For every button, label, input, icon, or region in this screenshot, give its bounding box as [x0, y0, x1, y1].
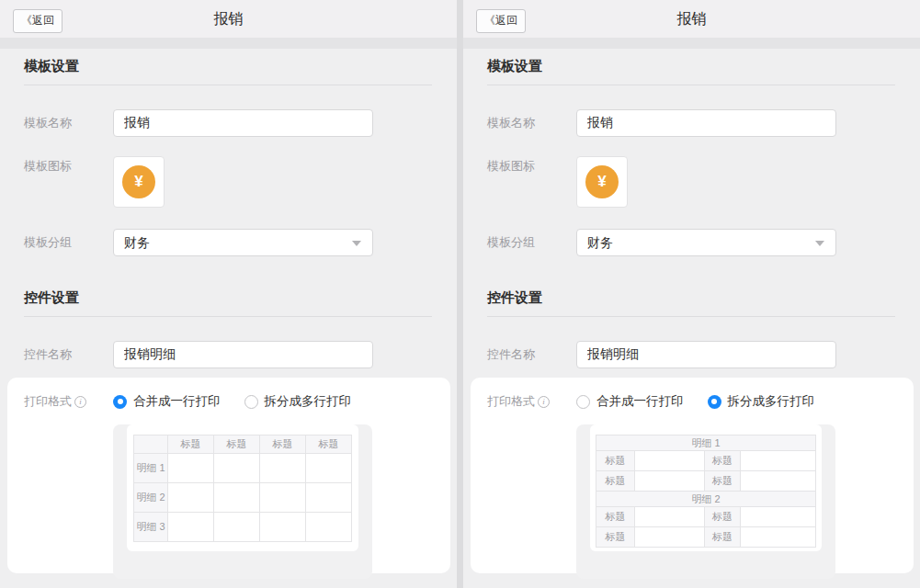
preview-empty-cell [168, 483, 214, 513]
print-preview-sheet: 标题标题标题标题明细 1明细 2明细 3 [127, 424, 358, 551]
print-preview-sheet: 明细 1标题标题标题标题明细 2标题标题标题标题 [590, 424, 822, 551]
template-group-select[interactable]: 财务 [576, 229, 836, 256]
section-title-control-settings: 控件设置 [24, 289, 432, 317]
preview-empty-cell [741, 471, 816, 492]
preview-empty-cell [635, 527, 705, 548]
preview-empty-cell [635, 471, 705, 492]
radio-circle-icon[interactable] [576, 395, 590, 409]
yuan-icon: ¥ [122, 165, 155, 198]
radio-split-multi-row-label: 拆分成多行打印 [265, 393, 352, 410]
template-group-field: 模板分组 财务 [463, 229, 920, 256]
print-preview-container: 标题标题标题标题明细 1明细 2明细 3 [113, 424, 372, 579]
template-icon-tile[interactable]: ¥ [576, 156, 628, 208]
print-format-row: 打印格式 i 合并成一行打印 拆分成多行打印 [487, 392, 914, 411]
print-format-label: 打印格式 i [487, 393, 576, 410]
preview-label-cell: 明细 2 [134, 483, 168, 513]
radio-split-multi-row-label: 拆分成多行打印 [728, 393, 815, 410]
control-name-field: 控件名称 [463, 341, 920, 368]
preview-label-cell: 标题 [705, 451, 741, 471]
topbar-divider [0, 38, 457, 49]
template-name-label: 模板名称 [24, 115, 113, 131]
section-title-control-settings: 控件设置 [487, 289, 895, 317]
section-title-template-settings: 模板设置 [24, 58, 432, 85]
preview-empty-cell [306, 483, 352, 513]
template-icon-field: 模板图标 ¥ [0, 156, 457, 208]
preview-label-cell: 标题 [705, 507, 741, 527]
topbar: 《返回 报销 [0, 0, 457, 38]
template-group-field: 模板分组 财务 [0, 229, 457, 256]
radio-merge-one-row-label: 合并成一行打印 [596, 393, 684, 410]
radio-circle-icon[interactable] [244, 395, 258, 409]
topbar: 《返回 报销 [463, 0, 920, 38]
control-name-field: 控件名称 [0, 341, 457, 368]
chevron-down-icon [815, 241, 824, 246]
radio-circle-icon[interactable] [708, 395, 721, 409]
template-group-label: 模板分组 [487, 234, 576, 251]
print-format-row: 打印格式 i 合并成一行打印 拆分成多行打印 [24, 392, 450, 411]
preview-empty-cell [306, 454, 352, 483]
print-preview-container: 明细 1标题标题标题标题明细 2标题标题标题标题 [576, 424, 835, 579]
preview-label-cell: 明细 1 [134, 454, 168, 483]
section-title-template-settings: 模板设置 [487, 58, 895, 85]
preview-empty-cell [635, 451, 705, 471]
control-name-input[interactable] [576, 341, 836, 368]
panel-split-print: 《返回 报销 模板设置 模板名称 模板图标 ¥ 模板分组 财务 控件设置 控件名… [463, 0, 920, 588]
print-format-label: 打印格式 i [24, 393, 113, 410]
preview-label-cell: 标题 [705, 527, 741, 548]
template-icon-tile[interactable]: ¥ [113, 156, 165, 208]
preview-empty-cell [134, 435, 168, 454]
radio-merge-one-row-label: 合并成一行打印 [133, 393, 221, 410]
template-icon-field: 模板图标 ¥ [463, 156, 920, 208]
control-name-label: 控件名称 [487, 346, 576, 363]
template-group-value: 财务 [124, 235, 150, 250]
radio-merge-one-row[interactable]: 合并成一行打印 [113, 393, 221, 410]
preview-empty-cell [741, 527, 816, 548]
control-name-label: 控件名称 [24, 346, 113, 363]
preview-empty-cell [741, 451, 816, 471]
template-name-field: 模板名称 [0, 109, 457, 137]
back-button[interactable]: 《返回 [476, 9, 526, 33]
preview-empty-cell [306, 513, 352, 542]
radio-split-multi-row[interactable]: 拆分成多行打印 [244, 393, 352, 410]
info-icon[interactable]: i [538, 396, 550, 408]
back-button[interactable]: 《返回 [13, 9, 62, 33]
radio-circle-icon[interactable] [113, 395, 127, 409]
template-group-select[interactable]: 财务 [113, 229, 373, 256]
preview-empty-cell [214, 454, 260, 483]
preview-empty-cell [214, 483, 260, 513]
radio-merge-one-row[interactable]: 合并成一行打印 [576, 393, 684, 410]
template-name-input[interactable] [576, 109, 836, 137]
template-group-label: 模板分组 [24, 234, 113, 251]
preview-empty-cell [168, 454, 214, 483]
topbar-divider [463, 38, 920, 49]
preview-label-cell: 标题 [596, 451, 635, 471]
print-format-label-text: 打印格式 [487, 393, 535, 410]
preview-label-cell: 标题 [214, 435, 260, 454]
template-name-input[interactable] [113, 109, 373, 137]
preview-label-cell: 标题 [596, 471, 635, 492]
info-icon[interactable]: i [74, 396, 86, 408]
print-format-label-text: 打印格式 [24, 393, 72, 410]
preview-empty-cell [260, 454, 306, 483]
print-format-card: 打印格式 i 合并成一行打印 拆分成多行打印 明细 1标题标题标题标题明细 2标… [471, 378, 914, 573]
radio-split-multi-row[interactable]: 拆分成多行打印 [708, 393, 815, 410]
preview-label-cell: 明细 3 [134, 513, 168, 542]
page-title: 报销 [0, 0, 457, 38]
template-icon-label: 模板图标 [24, 158, 113, 175]
template-name-label: 模板名称 [487, 115, 576, 131]
preview-label-cell: 标题 [306, 435, 352, 454]
preview-empty-cell [168, 513, 214, 542]
preview-empty-cell [260, 513, 306, 542]
print-format-card: 打印格式 i 合并成一行打印 拆分成多行打印 标题标题标题标题明细 1明细 2明… [7, 378, 450, 573]
preview-label-cell: 明细 1 [596, 435, 816, 451]
panel-merged-print: 《返回 报销 模板设置 模板名称 模板图标 ¥ 模板分组 财务 控件设置 控件名… [0, 0, 457, 588]
yuan-glyph: ¥ [134, 173, 142, 191]
control-name-input[interactable] [113, 341, 373, 368]
preview-label-cell: 标题 [168, 435, 214, 454]
template-icon-label: 模板图标 [487, 158, 576, 175]
preview-empty-cell [635, 507, 705, 527]
yuan-icon: ¥ [585, 165, 619, 198]
preview-label-cell: 明细 2 [596, 492, 816, 507]
chevron-down-icon [352, 241, 361, 246]
preview-label-cell: 标题 [705, 471, 741, 492]
